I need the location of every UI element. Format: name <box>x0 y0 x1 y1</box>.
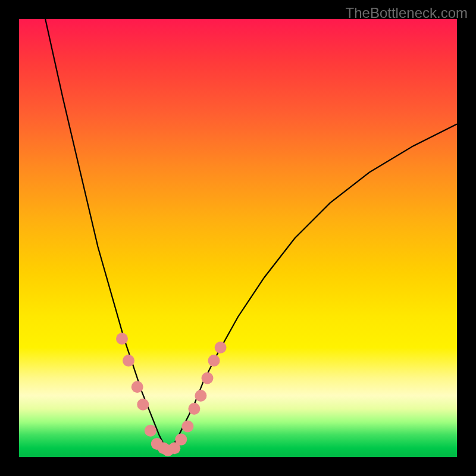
chart-svg <box>19 19 457 457</box>
marker-point <box>215 342 227 353</box>
marker-point <box>188 403 200 415</box>
marker-point <box>181 421 193 433</box>
marker-point <box>116 333 128 345</box>
marker-point <box>175 434 187 446</box>
curve-right-branch <box>168 124 457 453</box>
curve-lines <box>45 19 457 453</box>
data-markers <box>116 333 227 456</box>
marker-point <box>131 381 143 393</box>
marker-point <box>202 372 214 384</box>
marker-point <box>145 425 156 437</box>
watermark-text: TheBottleneck.com <box>346 5 468 21</box>
marker-point <box>208 355 220 367</box>
plot-area <box>19 19 457 457</box>
marker-point <box>123 355 134 367</box>
marker-point <box>195 390 206 402</box>
marker-point <box>137 399 149 411</box>
curve-left-branch <box>45 19 168 453</box>
